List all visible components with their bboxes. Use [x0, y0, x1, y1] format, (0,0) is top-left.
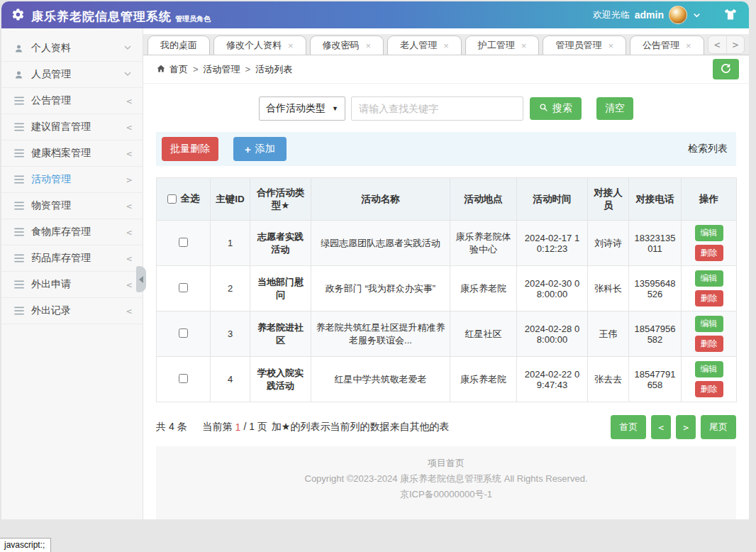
row-checkbox[interactable]: [179, 283, 188, 292]
tab-4[interactable]: 护工管理×: [465, 35, 540, 55]
sidebar-item-label: 外出申请: [31, 278, 120, 291]
tabs-scroll-left-button[interactable]: <: [708, 36, 726, 53]
prev-page-button[interactable]: <: [651, 415, 671, 439]
content: 合作活动类型 ▼ 搜索 清空 批量删除 +: [143, 84, 749, 519]
column-header: 主键ID: [211, 178, 250, 221]
pagination: 共 4 条 当前第 1 / 1 页 加★的列表示当前列的数据来自其他的表 首页 …: [156, 415, 736, 439]
tab-close-icon[interactable]: ×: [521, 41, 527, 50]
search-input[interactable]: [351, 96, 523, 121]
chevron-left-icon: <: [126, 228, 132, 237]
status-link-tooltip: javascript:;: [0, 538, 51, 552]
app-header: 康乐养老院信息管理系统 管理员角色 欢迎光临 admin: [1, 1, 749, 28]
row-checkbox[interactable]: [179, 238, 188, 247]
edit-button[interactable]: 编辑: [695, 225, 723, 241]
cell-name: 政务部门 “我为群众办实事”: [311, 266, 450, 311]
cell-type-link[interactable]: 志愿者实践活动: [250, 221, 311, 266]
cell-place: 康乐养老院: [450, 357, 517, 402]
activity-table-body: 1志愿者实践活动绿园志愿团队志愿者实践活动康乐养老院体验中心2024-02-17…: [157, 221, 737, 402]
chevron-left-icon: <: [126, 202, 132, 211]
tab-2[interactable]: 修改密码×: [310, 35, 384, 55]
footer-home-link[interactable]: 项目首页: [428, 458, 465, 468]
edit-button[interactable]: 编辑: [695, 316, 723, 332]
theme-shirt-icon[interactable]: [723, 9, 738, 21]
next-page-button[interactable]: >: [676, 415, 696, 439]
cell-time: 2024-02-28 08:00:00: [517, 311, 588, 357]
sidebar-collapse-handle[interactable]: [136, 266, 146, 292]
cell-type-link[interactable]: 养老院进社区: [250, 311, 311, 357]
app-window: 康乐养老院信息管理系统 管理员角色 欢迎光临 admin 个人资料人员管理公告管…: [1, 1, 749, 519]
select-all-label: 全选: [181, 192, 200, 205]
tab-3[interactable]: 老人管理×: [387, 35, 462, 55]
tab-1[interactable]: 修改个人资料×: [213, 35, 306, 55]
sidebar-item-label: 食物库存管理: [31, 226, 120, 238]
tabs-scroll-right-button[interactable]: >: [726, 36, 744, 53]
refresh-button[interactable]: [713, 59, 739, 79]
cell-type-link[interactable]: 当地部门慰问: [250, 266, 311, 311]
row-checkbox[interactable]: [179, 329, 188, 338]
breadcrumb-page: 活动列表: [255, 63, 292, 76]
sidebar-item-2[interactable]: 公告管理<: [1, 88, 143, 114]
welcome-text: 欢迎光临: [593, 9, 630, 21]
tab-close-icon[interactable]: ×: [288, 41, 294, 50]
delete-button[interactable]: 删除: [695, 336, 723, 352]
user-icon: [13, 43, 25, 54]
delete-button[interactable]: 删除: [695, 290, 723, 307]
search-button[interactable]: 搜索: [530, 97, 582, 120]
type-select[interactable]: 合作活动类型 ▼: [259, 96, 345, 121]
first-page-button[interactable]: 首页: [611, 415, 646, 439]
add-button[interactable]: + 添加: [233, 137, 287, 161]
menu-icon: [13, 175, 25, 184]
role-badge: 管理员角色: [175, 16, 211, 23]
edit-button[interactable]: 编辑: [695, 361, 723, 377]
cell-type-link[interactable]: 学校入院实践活动: [250, 357, 311, 402]
tab-close-icon[interactable]: ×: [686, 41, 691, 50]
tab-close-icon[interactable]: ×: [366, 41, 372, 50]
tab-5[interactable]: 管理员管理×: [543, 35, 626, 55]
sidebar-item-6[interactable]: 物资管理<: [1, 193, 143, 219]
cell-name: 绿园志愿团队志愿者实践活动: [311, 221, 450, 266]
username[interactable]: admin: [635, 9, 664, 21]
chevron-right-icon: >: [126, 175, 132, 184]
delete-button[interactable]: 删除: [695, 381, 723, 397]
edit-button[interactable]: 编辑: [695, 270, 723, 287]
sidebar-item-3[interactable]: 建议留言管理<: [1, 114, 143, 140]
sidebar-item-0[interactable]: 个人资料: [1, 35, 143, 62]
breadcrumb-section[interactable]: 活动管理: [204, 63, 240, 76]
sidebar-item-10[interactable]: 外出记录<: [1, 298, 143, 324]
sidebar: 个人资料人员管理公告管理<建议留言管理<健康档案管理<活动管理>物资管理<食物库…: [1, 28, 143, 519]
cell-name: 红星中学共筑敬老爱老: [311, 357, 450, 402]
cell-time: 2024-02-30 08:00:00: [517, 266, 588, 311]
sidebar-item-4[interactable]: 健康档案管理<: [1, 140, 143, 167]
breadcrumb-separator: >: [245, 64, 251, 74]
clear-button[interactable]: 清空: [596, 97, 633, 120]
tab-6[interactable]: 公告管理×: [630, 35, 704, 55]
table-row: 4学校入院实践活动红星中学共筑敬老爱老康乐养老院2024-02-22 09:47…: [157, 357, 737, 402]
cell-id: 3: [211, 311, 250, 357]
sidebar-item-8[interactable]: 药品库存管理<: [1, 245, 143, 272]
sidebar-item-label: 外出记录: [31, 304, 120, 317]
select-all-header: 全选: [157, 178, 211, 221]
sidebar-item-label: 公告管理: [31, 94, 120, 107]
tab-0[interactable]: 我的桌面: [148, 35, 210, 55]
tab-close-icon[interactable]: ×: [608, 41, 613, 50]
chevron-down-icon[interactable]: [692, 11, 701, 20]
menu-icon: [13, 306, 25, 316]
sidebar-item-5[interactable]: 活动管理>: [1, 167, 143, 193]
breadcrumb-home[interactable]: 首页: [156, 63, 188, 76]
sidebar-item-9[interactable]: 外出申请<: [1, 272, 143, 298]
sidebar-item-label: 建议留言管理: [31, 121, 120, 133]
select-all-checkbox[interactable]: [167, 194, 177, 204]
delete-button[interactable]: 删除: [695, 245, 723, 261]
breadcrumb: 首页 > 活动管理 > 活动列表: [143, 55, 749, 84]
avatar[interactable]: [669, 6, 687, 24]
search-button-label: 搜索: [552, 102, 572, 115]
footer-icp: 京ICP备00000000号-1: [156, 487, 736, 502]
sidebar-item-7[interactable]: 食物库存管理<: [1, 219, 143, 245]
row-checkbox[interactable]: [179, 374, 188, 383]
tab-label: 护工管理: [478, 39, 515, 52]
last-page-button[interactable]: 尾页: [701, 415, 736, 439]
tab-close-icon[interactable]: ×: [443, 41, 449, 50]
cell-phone: 18547956582: [629, 311, 682, 357]
sidebar-item-1[interactable]: 人员管理: [1, 62, 143, 88]
batch-delete-button[interactable]: 批量删除: [162, 137, 218, 161]
